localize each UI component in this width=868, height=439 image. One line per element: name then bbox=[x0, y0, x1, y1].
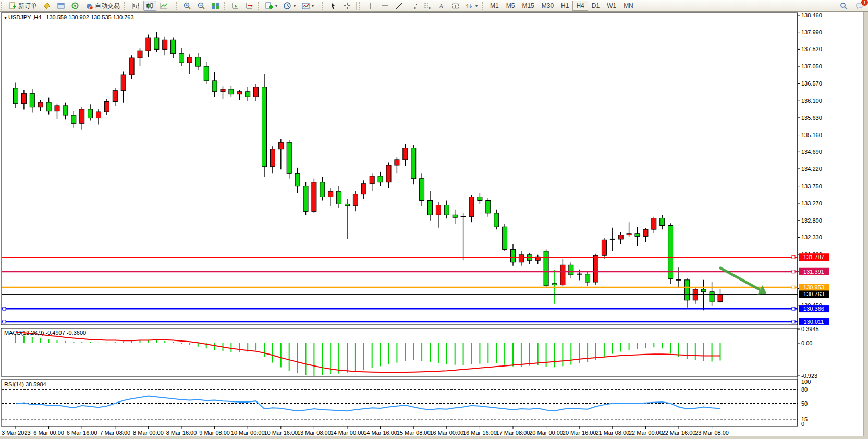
line-chart-button[interactable] bbox=[157, 1, 170, 11]
templates-button[interactable]: ▾ bbox=[299, 1, 316, 11]
candle-down bbox=[486, 200, 491, 213]
candle-up bbox=[643, 229, 648, 236]
chat-button[interactable]: 1 bbox=[853, 1, 866, 11]
trendline-button[interactable] bbox=[393, 1, 406, 11]
dropdown-arrow-icon[interactable]: ▾ bbox=[312, 4, 314, 8]
symbol-dropdown-icon[interactable]: ▾ bbox=[4, 15, 7, 20]
time-axis-label: 8 Mar 00:00 bbox=[133, 430, 164, 436]
time-axis-label: 7 Mar 08:00 bbox=[100, 430, 130, 436]
auto-scroll-button[interactable] bbox=[229, 1, 242, 11]
chart-window[interactable]: 138.460137.990137.520137.050136.570136.1… bbox=[0, 12, 868, 436]
time-axis-label: 23 Mar 08:00 bbox=[695, 430, 729, 436]
periods-button[interactable]: ▾ bbox=[281, 1, 298, 11]
timeframe-h4-button[interactable]: H4 bbox=[572, 1, 588, 11]
line-handle[interactable] bbox=[792, 286, 795, 289]
candle-up bbox=[469, 197, 474, 217]
candle-up bbox=[519, 255, 523, 262]
toolbar-grip[interactable] bbox=[224, 2, 227, 10]
toolbar-grip[interactable] bbox=[124, 2, 128, 10]
gold-chart-icon bbox=[43, 2, 51, 10]
chart-shift-button[interactable] bbox=[243, 1, 256, 11]
candle-down bbox=[552, 284, 557, 285]
price-axis-label: 133.270 bbox=[801, 200, 822, 206]
tile-windows-button[interactable] bbox=[209, 1, 222, 11]
arrows-button[interactable]: ▾ bbox=[463, 1, 480, 11]
macd-indicator-label: MACD(12,26,9) -0.4907 -0.3600 bbox=[4, 330, 86, 336]
timeframe-m5-button[interactable]: M5 bbox=[503, 1, 519, 11]
zoom-in-button[interactable] bbox=[181, 1, 194, 11]
channel-button[interactable]: E bbox=[407, 1, 420, 11]
time-axis-label: 9 Mar 08:00 bbox=[199, 430, 230, 436]
candle-up bbox=[436, 205, 441, 215]
price-axis-label: 137.050 bbox=[801, 63, 822, 69]
zoom-out-button[interactable] bbox=[195, 1, 208, 11]
toolbar-grip[interactable] bbox=[1, 2, 5, 10]
toolbar-grip[interactable] bbox=[258, 2, 261, 10]
svg-text:A: A bbox=[439, 3, 444, 10]
signal-icon bbox=[71, 2, 79, 10]
line-handle[interactable] bbox=[3, 320, 6, 323]
toolbar-grip[interactable] bbox=[482, 2, 485, 10]
timeframe-h1-button[interactable]: H1 bbox=[557, 1, 572, 11]
timeframe-m1-button[interactable]: M1 bbox=[486, 1, 503, 11]
time-axis-label: 17 Mar 08:00 bbox=[496, 430, 530, 436]
line-handle[interactable] bbox=[792, 320, 795, 323]
dropdown-arrow-icon[interactable]: ▾ bbox=[475, 4, 478, 8]
dropdown-arrow-icon[interactable]: ▾ bbox=[275, 4, 277, 8]
svg-text:T: T bbox=[454, 4, 457, 9]
fibonacci-button[interactable]: F bbox=[421, 1, 434, 11]
time-axis-label: 20 Mar 00:00 bbox=[529, 430, 563, 436]
toolbar-grip[interactable] bbox=[176, 2, 179, 10]
line-handle[interactable] bbox=[792, 255, 795, 259]
timeframe-m30-button[interactable]: M30 bbox=[538, 1, 557, 11]
search-button[interactable] bbox=[837, 1, 850, 11]
candle-down bbox=[345, 204, 350, 205]
timeframe-d1-button[interactable]: D1 bbox=[588, 1, 603, 11]
charts-button[interactable] bbox=[41, 1, 54, 11]
price-axis-label: 137.520 bbox=[801, 46, 822, 52]
dropdown-arrow-icon[interactable]: ▾ bbox=[294, 4, 296, 8]
candle-up bbox=[627, 234, 631, 235]
bar-chart-button[interactable] bbox=[129, 1, 142, 11]
toolbar-grip[interactable] bbox=[359, 2, 363, 10]
candlestick-chart-button[interactable] bbox=[143, 1, 156, 11]
toolbar-grip[interactable] bbox=[322, 2, 325, 10]
time-axis-label: 15 Mar 08:00 bbox=[397, 430, 431, 436]
time-axis-label: 3 Mar 2023 bbox=[2, 430, 31, 436]
time-axis-label: 13 Mar 08:00 bbox=[297, 430, 331, 436]
price-axis-label: 138.460 bbox=[801, 12, 822, 18]
candle-down bbox=[411, 148, 416, 179]
data-window-button[interactable] bbox=[55, 1, 68, 11]
line-handle[interactable] bbox=[3, 307, 6, 310]
candle-up bbox=[129, 58, 134, 75]
horizontal-line-button[interactable] bbox=[378, 1, 392, 11]
candlestick-icon bbox=[146, 2, 154, 10]
cursor-button[interactable] bbox=[327, 1, 340, 11]
zoom-out-icon bbox=[198, 2, 205, 10]
line-handle[interactable] bbox=[792, 270, 795, 273]
toolbar: 新订单自动交易▾▾▾EFAT▾M1M5M15M30H1H4D1W1MN1 bbox=[0, 0, 868, 12]
candle-down bbox=[71, 115, 76, 123]
candle-down bbox=[660, 218, 665, 226]
candle-down bbox=[701, 289, 706, 292]
window-right-margin bbox=[863, 12, 868, 436]
candle-down bbox=[478, 197, 482, 201]
cursor-icon bbox=[329, 2, 337, 10]
signals-button[interactable] bbox=[69, 1, 82, 11]
vertical-line-button[interactable] bbox=[364, 1, 377, 11]
timeframe-m15-button[interactable]: M15 bbox=[518, 1, 537, 11]
chart-ohlc-values: 130.559 130.902 130.535 130.763 bbox=[46, 14, 133, 20]
label-button[interactable]: T bbox=[449, 1, 462, 11]
time-axis-label: 20 Mar 16:00 bbox=[563, 430, 596, 436]
candle-down bbox=[494, 213, 499, 227]
crosshair-button[interactable] bbox=[341, 1, 354, 11]
timeframe-mn-button[interactable]: MN bbox=[620, 1, 637, 11]
timeframe-w1-button[interactable]: W1 bbox=[603, 1, 620, 11]
new-chart-button[interactable]: ▾ bbox=[263, 1, 280, 11]
candle-up bbox=[254, 87, 259, 97]
text-button[interactable]: A bbox=[435, 1, 448, 11]
line-handle[interactable] bbox=[792, 307, 795, 310]
autotrading-button[interactable]: 自动交易 bbox=[83, 1, 123, 11]
trendline-icon bbox=[395, 2, 403, 10]
new-order-button[interactable]: 新订单 bbox=[6, 1, 40, 11]
